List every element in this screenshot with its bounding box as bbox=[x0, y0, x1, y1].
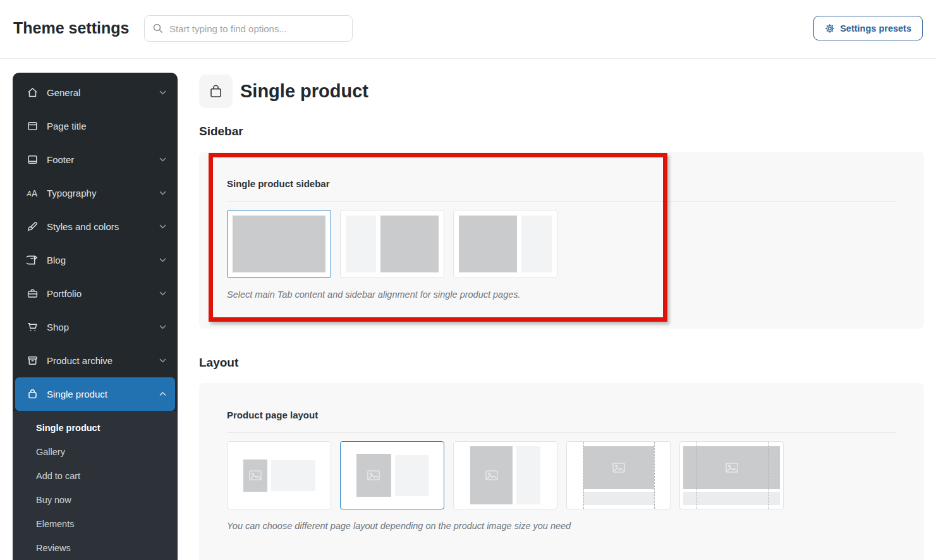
submenu-item-elements[interactable]: Elements bbox=[13, 512, 178, 536]
product-image-block bbox=[683, 446, 780, 489]
option-no-sidebar[interactable] bbox=[227, 210, 331, 278]
submenu-item-label: Single product bbox=[36, 423, 100, 433]
archive-icon bbox=[27, 355, 39, 367]
chevron-down-icon bbox=[159, 258, 166, 262]
product-image-block bbox=[243, 460, 267, 492]
footer-icon bbox=[27, 154, 39, 166]
chevron-down-icon bbox=[159, 325, 166, 329]
sidebar-item-blog[interactable]: Blog bbox=[13, 243, 178, 277]
content-block bbox=[380, 216, 439, 272]
layout-section-heading: Layout bbox=[199, 356, 238, 370]
submenu-item-add-to-cart[interactable]: Add to cart bbox=[13, 464, 178, 488]
submenu-item-label: Add to cart bbox=[36, 471, 80, 481]
chevron-down-icon bbox=[159, 358, 166, 363]
gear-icon bbox=[825, 23, 835, 33]
product-page-layout-panel: Product page layout bbox=[199, 383, 924, 560]
blog-icon bbox=[27, 254, 39, 266]
main-content: Single product Sidebar Single product si… bbox=[178, 59, 936, 560]
field-label: Product page layout bbox=[227, 410, 318, 420]
summary-block bbox=[395, 455, 428, 496]
cart-icon bbox=[27, 321, 39, 333]
submenu-item-buy-now[interactable]: Buy now bbox=[13, 488, 178, 512]
svg-text:A: A bbox=[27, 190, 32, 197]
submenu-item-single-product[interactable]: Single product bbox=[13, 416, 178, 440]
image-icon bbox=[726, 463, 738, 473]
field-description: You can choose different page layout dep… bbox=[227, 521, 571, 531]
divider bbox=[227, 432, 896, 433]
sidebar-item-product-archive[interactable]: Product archive bbox=[13, 344, 178, 377]
portfolio-icon bbox=[27, 288, 39, 300]
sidebar-item-label: Typography bbox=[47, 188, 159, 198]
sidebar-item-shop[interactable]: Shop bbox=[13, 310, 178, 344]
option-sidebar-left[interactable] bbox=[340, 210, 444, 278]
content-block bbox=[233, 216, 325, 272]
page-title: Theme settings bbox=[13, 19, 129, 37]
sidebar-item-label: Portfolio bbox=[47, 288, 159, 299]
guide-line bbox=[654, 442, 655, 509]
content-block bbox=[459, 216, 517, 272]
content-strip bbox=[683, 492, 780, 505]
chevron-down-icon bbox=[159, 191, 166, 195]
sidebar-item-label: Blog bbox=[47, 255, 159, 265]
sidebar-item-footer[interactable]: Footer bbox=[13, 143, 178, 176]
top-header: Theme settings Settings presets bbox=[0, 0, 936, 59]
settings-presets-label: Settings presets bbox=[840, 23, 911, 33]
chevron-down-icon bbox=[159, 157, 166, 162]
sidebar-section-heading: Sidebar bbox=[199, 125, 243, 138]
chevron-down-icon bbox=[159, 224, 166, 229]
sidebar-item-single-product[interactable]: Single product bbox=[15, 377, 175, 411]
option-layout-small-image[interactable] bbox=[227, 441, 331, 509]
submenu-item-label: Reviews bbox=[36, 543, 71, 553]
submenu-item-gallery[interactable]: Gallery bbox=[13, 440, 178, 464]
option-layout-large-image[interactable] bbox=[453, 441, 557, 509]
brush-icon bbox=[27, 221, 39, 233]
sidebar-item-label: Single product bbox=[47, 389, 159, 399]
single-product-submenu: Single product Gallery Add to cart Buy n… bbox=[13, 411, 178, 560]
divider bbox=[227, 201, 896, 202]
image-icon bbox=[485, 470, 498, 480]
chevron-up-icon bbox=[159, 392, 166, 396]
sidebar-item-page-title[interactable]: Page title bbox=[13, 109, 178, 143]
options-search[interactable] bbox=[144, 15, 353, 42]
sidebar-item-styles-and-colors[interactable]: Styles and colors bbox=[13, 210, 178, 243]
sidebar-item-label: Shop bbox=[47, 322, 159, 332]
submenu-item-reviews[interactable]: Reviews bbox=[13, 536, 178, 560]
image-icon bbox=[249, 470, 262, 480]
option-layout-wide-image-boxed[interactable] bbox=[566, 441, 671, 509]
settings-presets-button[interactable]: Settings presets bbox=[813, 16, 923, 40]
image-icon bbox=[367, 470, 380, 480]
sidebar-item-label: Styles and colors bbox=[47, 221, 159, 232]
settings-sidebar: General Page title Footer AA Typography … bbox=[13, 73, 178, 560]
guide-line bbox=[768, 442, 769, 509]
guide-line bbox=[696, 442, 696, 509]
sidebar-block bbox=[521, 216, 552, 272]
option-layout-medium-image[interactable] bbox=[340, 441, 444, 509]
field-description: Select main Tab content and sidebar alig… bbox=[227, 289, 521, 300]
product-image-block bbox=[470, 446, 513, 504]
chevron-down-icon bbox=[159, 90, 166, 95]
image-icon bbox=[612, 463, 625, 473]
submenu-item-label: Elements bbox=[36, 519, 74, 529]
summary-block bbox=[516, 446, 540, 504]
sidebar-item-general[interactable]: General bbox=[13, 76, 178, 109]
single-product-page-icon bbox=[199, 75, 233, 108]
sidebar-option-cards bbox=[227, 210, 557, 278]
single-product-sidebar-panel: Single product sidebar Select main Tab c… bbox=[199, 152, 924, 329]
search-input[interactable] bbox=[169, 23, 344, 34]
sidebar-item-label: Page title bbox=[47, 121, 166, 131]
option-layout-wide-image-full[interactable] bbox=[679, 441, 784, 509]
sidebar-item-typography[interactable]: AA Typography bbox=[13, 176, 178, 210]
layout-option-cards bbox=[227, 441, 784, 509]
option-sidebar-right[interactable] bbox=[453, 210, 557, 278]
submenu-item-label: Gallery bbox=[36, 447, 65, 457]
bag-icon bbox=[207, 83, 224, 100]
search-icon bbox=[152, 23, 164, 34]
sidebar-block bbox=[346, 216, 376, 272]
page-title-icon bbox=[27, 120, 39, 132]
typography-icon: AA bbox=[27, 187, 39, 199]
sidebar-item-portfolio[interactable]: Portfolio bbox=[13, 277, 178, 310]
chevron-down-icon bbox=[159, 291, 166, 296]
product-image-block bbox=[583, 446, 654, 489]
summary-block bbox=[271, 460, 315, 491]
section-page-title: Single product bbox=[240, 81, 368, 102]
